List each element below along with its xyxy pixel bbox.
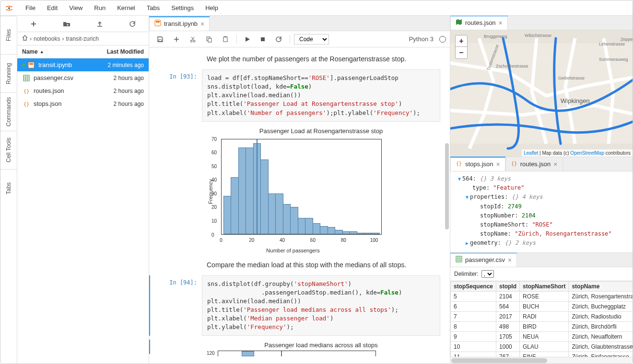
leaflet-link[interactable]: Leaflet xyxy=(524,150,538,156)
menu-tabs[interactable]: Tabs xyxy=(142,2,164,13)
horizontal-scrollbar[interactable] xyxy=(450,357,633,364)
rail-tab-commands[interactable]: Commands xyxy=(0,92,17,131)
copy-icon[interactable] xyxy=(202,34,216,45)
save-icon[interactable] xyxy=(153,34,167,45)
column-header[interactable]: stopNameShort xyxy=(520,282,569,292)
tab-stops-json[interactable]: {} stops.json × xyxy=(450,157,505,171)
code-input[interactable]: load = df[df.stopNameShort=='ROSE'].pass… xyxy=(202,69,440,122)
file-item-routes[interactable]: {} routes.json 2 hours ago xyxy=(17,84,149,97)
zoom-out-button[interactable]: − xyxy=(456,47,467,58)
table-row[interactable]: 8498BIRDZürich, Birchdörfli xyxy=(451,322,633,332)
paste-icon[interactable] xyxy=(218,34,233,45)
table-cell: Zürich, Rosengartenstrasse xyxy=(569,292,633,302)
close-icon[interactable]: × xyxy=(200,20,204,28)
close-icon[interactable]: × xyxy=(496,160,500,168)
kernel-name[interactable]: Python 3 xyxy=(409,35,434,43)
zoom-in-button[interactable]: + xyxy=(456,35,467,47)
sort-by-modified[interactable]: Last Modified xyxy=(96,48,144,55)
close-icon[interactable]: × xyxy=(508,256,512,264)
table-row[interactable]: 52104ROSEZürich, Rosengartenstrasse xyxy=(451,292,633,302)
table-row[interactable]: 6564BUCHZürich, Bucheggplatz xyxy=(451,302,633,312)
histogram-bar xyxy=(305,218,313,234)
new-launcher-icon[interactable] xyxy=(26,19,41,29)
upload-icon[interactable] xyxy=(93,19,107,29)
scrollbar-thumb[interactable] xyxy=(445,143,449,229)
svg-text:{}: {} xyxy=(23,89,29,94)
table-row[interactable]: 91705NEUAZürich, Neuaffoltern xyxy=(451,332,633,342)
menu-edit[interactable]: Edit xyxy=(42,2,62,13)
stop-icon[interactable] xyxy=(256,34,270,44)
sort-by-name[interactable]: Name ▲ xyxy=(22,48,96,55)
svg-rect-14 xyxy=(224,36,226,37)
column-header[interactable]: stopName xyxy=(569,282,633,292)
leaflet-map[interactable]: Bruggerweg Wibichstrasse Lehenstrasse Zs… xyxy=(450,30,633,157)
code-cell-94[interactable]: In [94]: sns.distplot(df.groupby('stopNa… xyxy=(149,275,440,336)
svg-rect-2 xyxy=(29,63,33,65)
markdown-cell[interactable]: Compare the median load at this stop wit… xyxy=(149,258,440,272)
collapse-arrow-icon[interactable]: ▼ xyxy=(466,194,469,200)
column-header[interactable]: stopSequence xyxy=(451,282,496,292)
csv-table[interactable]: stopSequencestopIdstopNameShortstopName … xyxy=(450,281,633,357)
tab-passenger-csv[interactable]: passenger.csv × xyxy=(450,253,517,267)
tab-routes-json[interactable]: {} routes.json × xyxy=(505,157,563,171)
file-name: stops.json xyxy=(34,100,96,107)
scrollbar-thumb[interactable] xyxy=(451,358,547,363)
json-tree[interactable]: ▼564: {} 3 keys type: "Feature" ▼propert… xyxy=(450,171,633,252)
file-list: transit.ipynb 2 minutes ago passenger.cs… xyxy=(17,58,149,110)
menu-kernel[interactable]: Kernel xyxy=(112,2,140,13)
home-icon[interactable] xyxy=(22,35,28,42)
file-item-transit[interactable]: transit.ipynb 2 minutes ago xyxy=(17,58,149,71)
add-cell-icon[interactable] xyxy=(169,34,184,45)
rail-tab-files[interactable]: Files xyxy=(0,16,17,54)
code-input[interactable]: sns.distplot(df.groupby('stopNameShort')… xyxy=(202,275,440,336)
table-cell: Zürich, Radiostudio xyxy=(569,312,633,322)
menu-run[interactable]: Run xyxy=(89,2,110,13)
csv-icon xyxy=(22,75,31,81)
collapse-arrow-icon[interactable]: ▼ xyxy=(458,176,461,182)
histogram-bar xyxy=(320,226,328,234)
osm-link[interactable]: OpenStreetMap xyxy=(570,150,604,156)
csv-panel: passenger.csv × Delimiter: , stopSequenc… xyxy=(450,253,633,364)
menu-settings[interactable]: Settings xyxy=(166,2,199,13)
histogram-bar xyxy=(268,193,276,234)
table-cell: 8 xyxy=(451,322,496,332)
breadcrumb-item[interactable]: notebooks xyxy=(34,35,60,42)
expand-arrow-icon[interactable]: ▶ xyxy=(466,240,469,246)
table-row[interactable]: 101000GLAUZürich, Glaubtenstrasse xyxy=(451,342,633,352)
rail-tab-running[interactable]: Running xyxy=(0,54,17,92)
refresh-icon[interactable] xyxy=(125,19,140,29)
column-header[interactable]: stopId xyxy=(496,282,520,292)
restart-icon[interactable] xyxy=(271,34,286,45)
csv-toolbar: Delimiter: , xyxy=(450,267,633,281)
new-folder-icon[interactable] xyxy=(59,19,74,29)
delimiter-select[interactable]: , xyxy=(481,270,494,278)
plot-area xyxy=(221,139,382,235)
close-icon[interactable]: × xyxy=(553,160,557,168)
run-icon[interactable] xyxy=(241,34,254,44)
notebook-body[interactable]: We plot the number of passengers at the … xyxy=(149,47,450,364)
file-item-passenger[interactable]: passenger.csv 2 hours ago xyxy=(17,71,149,84)
rail-tab-celltools[interactable]: Cell Tools xyxy=(0,131,17,169)
tab-routes-map[interactable]: routes.json × xyxy=(450,16,508,30)
chart-title: Passenger Load at Rosengartenstrasse sto… xyxy=(202,127,440,135)
breadcrumb[interactable]: › notebooks › transit-zurich xyxy=(17,32,149,46)
table-cell: 7 xyxy=(451,312,496,322)
file-item-stops[interactable]: {} stops.json 2 hours ago xyxy=(17,97,149,110)
notebook-panel: transit.ipynb × Code Python 3 xyxy=(149,16,450,364)
table-row[interactable]: 11767EINFZürich, Einfangstrasse xyxy=(451,352,633,357)
cut-icon[interactable] xyxy=(186,34,200,45)
rail-tab-tabs[interactable]: Tabs xyxy=(0,169,17,207)
street-label: Bruggerweg xyxy=(484,34,507,39)
cell-type-select[interactable]: Code xyxy=(294,34,329,45)
breadcrumb-item[interactable]: transit-zurich xyxy=(66,35,99,42)
menu-file[interactable]: File xyxy=(21,2,40,13)
tab-transit-notebook[interactable]: transit.ipynb × xyxy=(149,16,210,31)
table-row[interactable]: 72017RADIZürich, Radiostudio xyxy=(451,312,633,322)
code-cell-93[interactable]: In [93]: load = df[df.stopNameShort=='RO… xyxy=(149,69,440,122)
markdown-cell[interactable]: We plot the number of passengers at the … xyxy=(149,52,440,66)
menu-view[interactable]: View xyxy=(64,2,87,13)
close-icon[interactable]: × xyxy=(499,19,503,27)
notebook-icon xyxy=(154,20,161,28)
xtick-label: 100 xyxy=(370,238,378,243)
menu-help[interactable]: Help xyxy=(200,2,223,13)
